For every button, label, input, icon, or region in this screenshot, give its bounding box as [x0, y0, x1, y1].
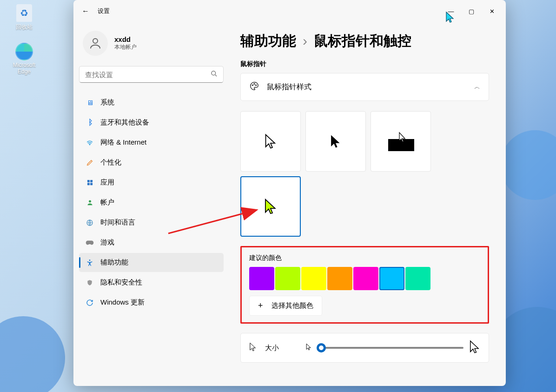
close-icon: ✕: [490, 8, 495, 15]
breadcrumb-current: 鼠标指针和触控: [314, 32, 411, 51]
color-swatch[interactable]: [353, 267, 378, 290]
wifi-icon: [86, 139, 94, 147]
bg-shape: [500, 130, 556, 200]
nav-network[interactable]: 网络 & Internet: [79, 133, 224, 152]
nav-label: Windows 更新: [100, 298, 145, 307]
maximize-icon: ▢: [469, 8, 474, 15]
swatch-row: [249, 267, 480, 290]
nav-gaming[interactable]: 游戏: [79, 233, 224, 252]
desktop-icon-label: Microsoft Edge: [6, 62, 43, 75]
color-swatch[interactable]: [301, 267, 326, 290]
svg-point-10: [252, 85, 253, 86]
svg-rect-13: [388, 139, 414, 151]
cursor-small-icon: [306, 343, 311, 352]
window-title: 设置: [98, 7, 110, 15]
svg-point-1: [212, 71, 216, 75]
nav-label: 游戏: [100, 238, 114, 247]
main-content: 辅助功能 › 鼠标指针和触控 鼠标指针 鼠标指针样式 ︿: [229, 22, 506, 386]
cursor-large-icon: [469, 340, 480, 356]
sidebar: xxdd 本地帐户 🖥 系统 蓝牙和其他: [73, 22, 229, 386]
display-icon: 🖥: [86, 99, 94, 107]
svg-rect-6: [90, 183, 93, 185]
color-swatch[interactable]: [327, 267, 352, 290]
pointer-style-grid: [240, 103, 489, 246]
nav-label: 系统: [100, 98, 114, 107]
chevron-up-icon: ︿: [474, 83, 480, 91]
avatar-icon: [83, 31, 108, 56]
apps-icon: [86, 179, 94, 187]
color-swatch[interactable]: [405, 267, 430, 290]
color-swatch[interactable]: [379, 267, 404, 290]
settings-window: ← 设置 — ▢ ✕ xxdd 本地帐户: [73, 0, 506, 386]
svg-rect-5: [87, 183, 89, 185]
nav-personalization[interactable]: 个性化: [79, 153, 224, 172]
annotation-cursor: [445, 11, 455, 23]
nav-label: 应用: [100, 178, 114, 187]
slider-thumb[interactable]: [317, 343, 326, 352]
accessibility-icon: [86, 259, 94, 267]
maximize-button[interactable]: ▢: [461, 4, 482, 19]
svg-rect-4: [90, 180, 93, 182]
nav-label: 网络 & Internet: [100, 138, 146, 147]
pointer-style-custom[interactable]: [240, 176, 301, 237]
size-row: 大小: [240, 333, 489, 363]
bluetooth-icon: [86, 119, 94, 127]
desktop-icon-label: 回收站: [16, 23, 33, 31]
color-swatch[interactable]: [249, 267, 274, 290]
update-icon: [86, 299, 94, 307]
pointer-style-white[interactable]: [240, 111, 301, 172]
colors-heading: 建议的颜色: [249, 254, 480, 262]
user-type: 本地帐户: [114, 43, 137, 51]
size-label: 大小: [265, 344, 279, 352]
expander-label: 鼠标指针样式: [267, 82, 311, 92]
bg-shape: [0, 316, 65, 392]
breadcrumb-parent[interactable]: 辅助功能: [240, 32, 296, 51]
brush-icon: [86, 159, 94, 167]
palette-icon: [249, 81, 259, 93]
back-button[interactable]: ←: [77, 3, 94, 20]
pointer-style-inverted[interactable]: [371, 111, 431, 172]
color-panel-annotation: 建议的颜色 + 选择其他颜色: [240, 246, 489, 324]
nav-privacy[interactable]: 隐私和安全性: [79, 273, 224, 292]
person-icon: [86, 199, 94, 207]
edge-logo-icon: [15, 43, 33, 60]
pointer-style-expander[interactable]: 鼠标指针样式 ︿: [240, 73, 489, 101]
nav-label: 个性化: [100, 158, 121, 167]
globe-icon: [86, 219, 94, 227]
close-button[interactable]: ✕: [482, 4, 502, 19]
nav-label: 辅助功能: [100, 258, 128, 267]
nav-bluetooth[interactable]: 蓝牙和其他设备: [79, 113, 224, 132]
nav-label: 隐私和安全性: [100, 278, 142, 287]
nav-windows-update[interactable]: Windows 更新: [79, 293, 224, 312]
user-block[interactable]: xxdd 本地帐户: [79, 22, 224, 66]
nav-label: 帐户: [100, 198, 114, 207]
desktop-icon-recycle-bin[interactable]: ♻ 回收站: [6, 4, 43, 31]
svg-point-12: [256, 85, 257, 86]
nav-apps[interactable]: 应用: [79, 173, 224, 192]
size-slider[interactable]: [306, 340, 480, 356]
nav-accounts[interactable]: 帐户: [79, 193, 224, 212]
svg-point-11: [254, 84, 255, 85]
color-swatch[interactable]: [275, 267, 300, 290]
slider-track[interactable]: [317, 347, 463, 349]
svg-point-2: [89, 144, 90, 145]
nav-accessibility[interactable]: 辅助功能: [79, 253, 224, 272]
nav-time-lang[interactable]: 时间和语言: [79, 213, 224, 232]
svg-point-7: [89, 200, 91, 203]
pointer-style-black[interactable]: [305, 111, 366, 172]
search-input[interactable]: [85, 71, 211, 79]
search-field[interactable]: [79, 66, 224, 83]
search-icon: [211, 70, 218, 79]
choose-other-button[interactable]: + 选择其他颜色: [249, 296, 322, 316]
user-name: xxdd: [114, 35, 137, 43]
recycle-bin-icon: ♻: [16, 4, 32, 22]
titlebar: ← 设置 — ▢ ✕: [73, 0, 506, 22]
cursor-icon: [249, 342, 257, 353]
desktop-icon-edge[interactable]: Microsoft Edge: [6, 42, 43, 75]
breadcrumb: 辅助功能 › 鼠标指针和触控: [240, 32, 489, 51]
gamepad-icon: [86, 239, 94, 247]
shield-icon: [86, 279, 94, 287]
nav-system[interactable]: 🖥 系统: [79, 93, 224, 112]
section-label: 鼠标指针: [240, 60, 489, 68]
svg-rect-3: [87, 180, 89, 182]
